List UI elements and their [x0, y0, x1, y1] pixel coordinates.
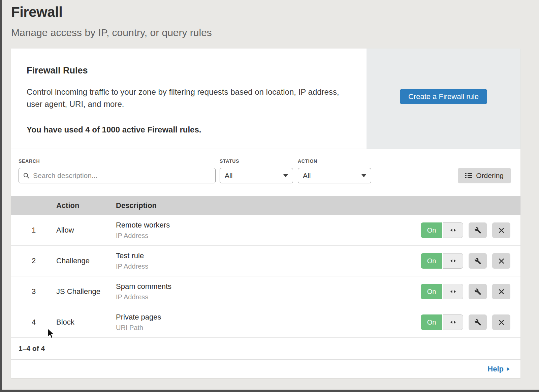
ordering-button-label: Ordering — [476, 172, 504, 180]
delete-rule-button[interactable] — [492, 314, 510, 330]
rules-usage-text: You have used 4 of 1000 active Firewall … — [27, 125, 346, 134]
rule-status-toggle: On — [421, 253, 463, 269]
help-link[interactable]: Help — [487, 365, 510, 373]
right-arrow-icon — [507, 367, 510, 371]
close-icon — [498, 258, 505, 264]
edit-rule-button[interactable] — [469, 284, 487, 299]
edit-rule-button[interactable] — [469, 253, 487, 269]
action-selected-value: All — [303, 172, 311, 180]
wrench-icon — [474, 288, 481, 295]
card-title: Firewall Rules — [27, 65, 346, 76]
rules-table-body: 1 Allow Remote workers IP Address On — [11, 215, 520, 338]
help-row: Help — [11, 359, 520, 378]
toggle-on-button[interactable]: On — [421, 314, 442, 330]
window-edge-left — [0, 0, 2, 392]
left-right-arrows-icon — [450, 320, 456, 324]
toggle-on-button[interactable]: On — [421, 284, 442, 299]
toggle-on-button[interactable]: On — [421, 222, 442, 238]
rule-action: Allow — [56, 226, 116, 235]
rule-status-toggle: On — [421, 284, 463, 299]
rule-description-cell: Spam comments IP Address — [116, 282, 409, 301]
page-title: Firewall — [11, 4, 539, 20]
close-icon — [498, 319, 505, 326]
rule-description: Remote workers — [116, 221, 409, 230]
rule-status-toggle: On — [421, 222, 463, 238]
action-select[interactable]: All — [298, 168, 371, 183]
rule-number: 2 — [11, 257, 56, 265]
chevron-down-icon — [283, 174, 288, 177]
wrench-icon — [474, 319, 481, 326]
table-row: 2 Challenge Test rule IP Address On — [11, 246, 520, 276]
left-right-arrows-icon — [450, 290, 456, 294]
rules-table-header: Action Description — [11, 196, 520, 215]
search-label: SEARCH — [19, 158, 216, 164]
rule-controls: On — [409, 222, 520, 238]
rule-action: Challenge — [56, 257, 116, 265]
rule-match-field: IP Address — [116, 293, 409, 301]
toggle-arrows-button[interactable] — [443, 222, 463, 238]
table-row: 4 Block Private pages URI Path On — [11, 307, 520, 338]
toggle-on-button[interactable]: On — [421, 253, 442, 269]
toggle-arrows-button[interactable] — [443, 314, 463, 330]
rule-description: Spam comments — [116, 282, 409, 291]
rule-number: 4 — [11, 318, 56, 327]
wrench-icon — [474, 258, 481, 265]
action-label: ACTION — [298, 158, 371, 164]
left-right-arrows-icon — [450, 259, 456, 263]
column-header-description: Description — [116, 201, 409, 210]
rule-controls: On — [409, 253, 520, 269]
edit-rule-button[interactable] — [469, 222, 487, 238]
status-label: STATUS — [220, 158, 293, 164]
firewall-rules-card: Firewall Rules Control incoming traffic … — [11, 49, 520, 378]
delete-rule-button[interactable] — [492, 284, 510, 299]
toggle-arrows-button[interactable] — [443, 253, 463, 269]
status-select[interactable]: All — [220, 168, 293, 183]
card-header-section: Firewall Rules Control incoming traffic … — [11, 49, 520, 149]
rule-description-cell: Test rule IP Address — [116, 251, 409, 270]
rule-action: JS Challenge — [56, 287, 116, 296]
rule-match-field: URI Path — [116, 324, 409, 332]
wrench-icon — [474, 227, 481, 234]
delete-rule-button[interactable] — [492, 222, 510, 238]
page-header: Firewall Manage access by IP, country, o… — [0, 0, 539, 38]
edit-rule-button[interactable] — [469, 314, 487, 330]
toggle-arrows-button[interactable] — [443, 284, 463, 299]
chevron-down-icon — [361, 174, 366, 177]
filter-bar: SEARCH STATUS All ACTION All — [11, 149, 520, 196]
pagination-row: 1–4 of 4 — [11, 338, 520, 359]
table-row: 1 Allow Remote workers IP Address On — [11, 215, 520, 246]
search-input[interactable] — [32, 171, 211, 180]
search-filter-group: SEARCH — [19, 158, 216, 183]
rule-match-field: IP Address — [116, 232, 409, 240]
create-firewall-rule-button[interactable]: Create a Firewall rule — [400, 89, 487, 104]
rule-action: Block — [56, 318, 116, 327]
status-selected-value: All — [225, 172, 232, 180]
rule-number: 3 — [11, 287, 56, 296]
window-edge-bottom — [0, 390, 539, 392]
table-row: 3 JS Challenge Spam comments IP Address … — [11, 276, 520, 307]
card-description: Control incoming traffic to your zone by… — [27, 86, 346, 110]
help-link-label: Help — [487, 365, 504, 373]
ordering-button[interactable]: Ordering — [458, 168, 511, 183]
delete-rule-button[interactable] — [492, 253, 510, 269]
status-filter-group: STATUS All — [220, 158, 293, 183]
close-icon — [498, 227, 505, 234]
rule-controls: On — [409, 284, 520, 299]
rule-description-cell: Remote workers IP Address — [116, 221, 409, 240]
card-header-side-panel: Create a Firewall rule — [367, 49, 520, 149]
rule-description: Private pages — [116, 313, 409, 322]
rule-status-toggle: On — [421, 314, 463, 330]
action-filter-group: ACTION All — [298, 158, 371, 183]
card-header-text: Firewall Rules Control incoming traffic … — [11, 49, 367, 149]
ordered-list-icon — [465, 173, 472, 178]
pagination-text: 1–4 of 4 — [19, 344, 45, 353]
rule-match-field: IP Address — [116, 263, 409, 270]
column-header-action: Action — [56, 201, 116, 210]
rule-number: 1 — [11, 226, 56, 235]
rule-description-cell: Private pages URI Path — [116, 313, 409, 332]
page-subtitle: Manage access by IP, country, or query r… — [11, 27, 539, 38]
close-icon — [498, 289, 505, 295]
rule-controls: On — [409, 314, 520, 330]
rule-description: Test rule — [116, 251, 409, 260]
search-icon — [23, 172, 30, 179]
